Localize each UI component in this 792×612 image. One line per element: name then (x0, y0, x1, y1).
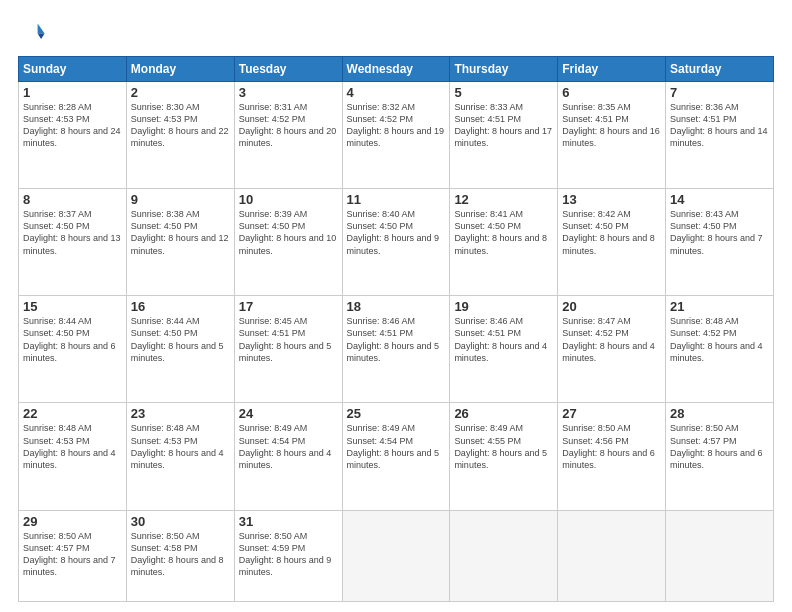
day-number: 17 (239, 299, 338, 314)
calendar-cell: 13 Sunrise: 8:42 AMSunset: 4:50 PMDaylig… (558, 189, 666, 296)
day-header-tuesday: Tuesday (234, 57, 342, 82)
day-info: Sunrise: 8:49 AMSunset: 4:54 PMDaylight:… (347, 423, 440, 469)
calendar-cell: 19 Sunrise: 8:46 AMSunset: 4:51 PMDaylig… (450, 296, 558, 403)
calendar-row-4: 22 Sunrise: 8:48 AMSunset: 4:53 PMDaylig… (19, 403, 774, 510)
calendar-cell: 12 Sunrise: 8:41 AMSunset: 4:50 PMDaylig… (450, 189, 558, 296)
day-number: 18 (347, 299, 446, 314)
calendar-cell: 23 Sunrise: 8:48 AMSunset: 4:53 PMDaylig… (126, 403, 234, 510)
day-header-thursday: Thursday (450, 57, 558, 82)
day-header-sunday: Sunday (19, 57, 127, 82)
calendar: SundayMondayTuesdayWednesdayThursdayFrid… (18, 56, 774, 602)
day-info: Sunrise: 8:39 AMSunset: 4:50 PMDaylight:… (239, 209, 337, 255)
day-info: Sunrise: 8:38 AMSunset: 4:50 PMDaylight:… (131, 209, 229, 255)
calendar-cell: 29 Sunrise: 8:50 AMSunset: 4:57 PMDaylig… (19, 510, 127, 601)
calendar-cell: 28 Sunrise: 8:50 AMSunset: 4:57 PMDaylig… (666, 403, 774, 510)
day-info: Sunrise: 8:36 AMSunset: 4:51 PMDaylight:… (670, 102, 768, 148)
day-info: Sunrise: 8:50 AMSunset: 4:57 PMDaylight:… (23, 531, 116, 577)
day-header-saturday: Saturday (666, 57, 774, 82)
calendar-row-5: 29 Sunrise: 8:50 AMSunset: 4:57 PMDaylig… (19, 510, 774, 601)
svg-marker-0 (38, 24, 45, 34)
calendar-header-row: SundayMondayTuesdayWednesdayThursdayFrid… (19, 57, 774, 82)
day-header-wednesday: Wednesday (342, 57, 450, 82)
day-number: 25 (347, 406, 446, 421)
day-number: 26 (454, 406, 553, 421)
day-info: Sunrise: 8:28 AMSunset: 4:53 PMDaylight:… (23, 102, 121, 148)
day-info: Sunrise: 8:43 AMSunset: 4:50 PMDaylight:… (670, 209, 763, 255)
day-info: Sunrise: 8:41 AMSunset: 4:50 PMDaylight:… (454, 209, 547, 255)
day-number: 7 (670, 85, 769, 100)
day-number: 30 (131, 514, 230, 529)
day-number: 3 (239, 85, 338, 100)
calendar-cell: 7 Sunrise: 8:36 AMSunset: 4:51 PMDayligh… (666, 82, 774, 189)
day-number: 23 (131, 406, 230, 421)
day-number: 15 (23, 299, 122, 314)
day-info: Sunrise: 8:47 AMSunset: 4:52 PMDaylight:… (562, 316, 655, 362)
logo-icon (18, 18, 46, 46)
day-number: 31 (239, 514, 338, 529)
day-header-monday: Monday (126, 57, 234, 82)
day-number: 27 (562, 406, 661, 421)
day-info: Sunrise: 8:50 AMSunset: 4:57 PMDaylight:… (670, 423, 763, 469)
calendar-row-3: 15 Sunrise: 8:44 AMSunset: 4:50 PMDaylig… (19, 296, 774, 403)
day-info: Sunrise: 8:49 AMSunset: 4:54 PMDaylight:… (239, 423, 332, 469)
calendar-cell: 22 Sunrise: 8:48 AMSunset: 4:53 PMDaylig… (19, 403, 127, 510)
svg-marker-1 (38, 33, 45, 39)
day-info: Sunrise: 8:46 AMSunset: 4:51 PMDaylight:… (454, 316, 547, 362)
day-number: 14 (670, 192, 769, 207)
day-info: Sunrise: 8:48 AMSunset: 4:53 PMDaylight:… (23, 423, 116, 469)
calendar-cell: 24 Sunrise: 8:49 AMSunset: 4:54 PMDaylig… (234, 403, 342, 510)
logo (18, 18, 50, 46)
calendar-row-2: 8 Sunrise: 8:37 AMSunset: 4:50 PMDayligh… (19, 189, 774, 296)
day-info: Sunrise: 8:50 AMSunset: 4:56 PMDaylight:… (562, 423, 655, 469)
day-number: 21 (670, 299, 769, 314)
day-number: 6 (562, 85, 661, 100)
day-number: 20 (562, 299, 661, 314)
calendar-row-1: 1 Sunrise: 8:28 AMSunset: 4:53 PMDayligh… (19, 82, 774, 189)
day-info: Sunrise: 8:46 AMSunset: 4:51 PMDaylight:… (347, 316, 440, 362)
day-number: 13 (562, 192, 661, 207)
calendar-cell: 31 Sunrise: 8:50 AMSunset: 4:59 PMDaylig… (234, 510, 342, 601)
calendar-cell: 6 Sunrise: 8:35 AMSunset: 4:51 PMDayligh… (558, 82, 666, 189)
day-info: Sunrise: 8:32 AMSunset: 4:52 PMDaylight:… (347, 102, 445, 148)
day-info: Sunrise: 8:50 AMSunset: 4:59 PMDaylight:… (239, 531, 332, 577)
day-number: 29 (23, 514, 122, 529)
day-number: 16 (131, 299, 230, 314)
day-number: 2 (131, 85, 230, 100)
day-number: 12 (454, 192, 553, 207)
day-number: 1 (23, 85, 122, 100)
calendar-cell: 9 Sunrise: 8:38 AMSunset: 4:50 PMDayligh… (126, 189, 234, 296)
calendar-cell: 11 Sunrise: 8:40 AMSunset: 4:50 PMDaylig… (342, 189, 450, 296)
calendar-cell: 17 Sunrise: 8:45 AMSunset: 4:51 PMDaylig… (234, 296, 342, 403)
calendar-cell: 14 Sunrise: 8:43 AMSunset: 4:50 PMDaylig… (666, 189, 774, 296)
day-info: Sunrise: 8:44 AMSunset: 4:50 PMDaylight:… (131, 316, 224, 362)
day-number: 24 (239, 406, 338, 421)
calendar-cell: 5 Sunrise: 8:33 AMSunset: 4:51 PMDayligh… (450, 82, 558, 189)
day-number: 4 (347, 85, 446, 100)
calendar-cell: 25 Sunrise: 8:49 AMSunset: 4:54 PMDaylig… (342, 403, 450, 510)
day-info: Sunrise: 8:42 AMSunset: 4:50 PMDaylight:… (562, 209, 655, 255)
day-info: Sunrise: 8:30 AMSunset: 4:53 PMDaylight:… (131, 102, 229, 148)
day-number: 8 (23, 192, 122, 207)
day-info: Sunrise: 8:50 AMSunset: 4:58 PMDaylight:… (131, 531, 224, 577)
calendar-cell (558, 510, 666, 601)
calendar-cell: 15 Sunrise: 8:44 AMSunset: 4:50 PMDaylig… (19, 296, 127, 403)
calendar-cell: 8 Sunrise: 8:37 AMSunset: 4:50 PMDayligh… (19, 189, 127, 296)
day-number: 28 (670, 406, 769, 421)
day-number: 5 (454, 85, 553, 100)
day-info: Sunrise: 8:45 AMSunset: 4:51 PMDaylight:… (239, 316, 332, 362)
day-info: Sunrise: 8:48 AMSunset: 4:53 PMDaylight:… (131, 423, 224, 469)
header (18, 18, 774, 46)
day-number: 22 (23, 406, 122, 421)
day-header-friday: Friday (558, 57, 666, 82)
calendar-cell: 4 Sunrise: 8:32 AMSunset: 4:52 PMDayligh… (342, 82, 450, 189)
page: SundayMondayTuesdayWednesdayThursdayFrid… (0, 0, 792, 612)
day-info: Sunrise: 8:48 AMSunset: 4:52 PMDaylight:… (670, 316, 763, 362)
day-info: Sunrise: 8:35 AMSunset: 4:51 PMDaylight:… (562, 102, 660, 148)
calendar-cell: 1 Sunrise: 8:28 AMSunset: 4:53 PMDayligh… (19, 82, 127, 189)
day-number: 19 (454, 299, 553, 314)
calendar-cell (666, 510, 774, 601)
calendar-cell (342, 510, 450, 601)
calendar-cell: 26 Sunrise: 8:49 AMSunset: 4:55 PMDaylig… (450, 403, 558, 510)
calendar-cell: 27 Sunrise: 8:50 AMSunset: 4:56 PMDaylig… (558, 403, 666, 510)
day-number: 9 (131, 192, 230, 207)
